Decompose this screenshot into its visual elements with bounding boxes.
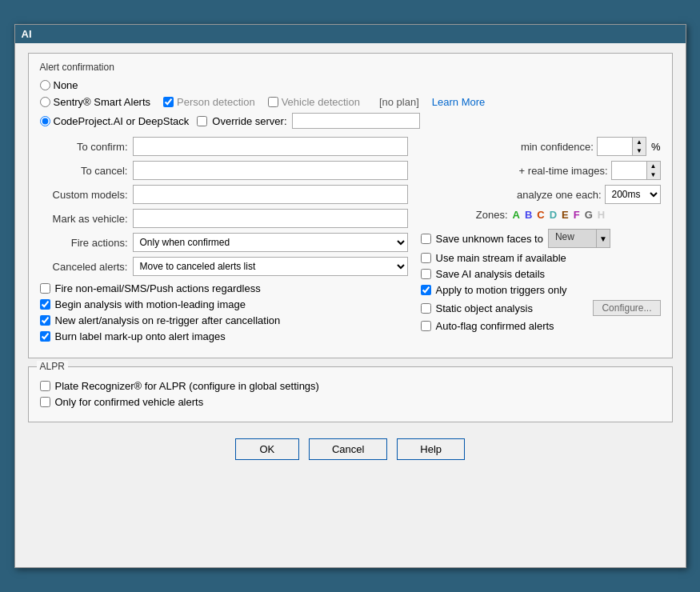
min-confidence-unit: % (651, 141, 661, 153)
plate-recognizer-text: Plate Recognizer® for ALPR (configure in… (55, 380, 319, 392)
learn-more-link[interactable]: Learn More (432, 96, 485, 108)
sentry-radio-label[interactable]: Sentry® Smart Alerts (40, 96, 151, 108)
zone-f[interactable]: F (574, 209, 580, 221)
new-dropdown-arrow[interactable]: ▼ (596, 229, 610, 248)
static-object-row: Static object analysis Configure... (421, 300, 661, 316)
content-area: Alert confirmation None Sentry® Smart Al… (15, 43, 686, 474)
mark-as-vehicle-row: Mark as vehicle: car,truck,bus,vehicle (40, 209, 408, 228)
section-title: Alert confirmation (40, 62, 661, 73)
save-unknown-faces-row: Save unknown faces to New ▼ (421, 229, 661, 248)
main-grid: To confirm: person To cancel: unicorn Cu… (40, 137, 661, 346)
save-ai-analysis-row: Save AI analysis details (421, 268, 661, 280)
zones-row: Zones: A B C D E F G H (421, 209, 661, 221)
use-main-stream-checkbox[interactable] (421, 253, 431, 263)
codeproject-radio[interactable] (40, 116, 50, 126)
person-detection-label[interactable]: Person detection (163, 96, 255, 108)
custom-models-row: Custom models: ipcam-general (40, 185, 408, 204)
zone-d[interactable]: D (550, 209, 557, 221)
left-checkboxes-group: Fire non-email/SMS/Push actions regardle… (40, 282, 408, 342)
auto-flag-checkbox[interactable] (421, 321, 431, 331)
help-button[interactable]: Help (397, 438, 465, 460)
min-confidence-input[interactable]: 70 (597, 137, 632, 156)
min-confidence-up-button[interactable]: ▲ (633, 138, 646, 146)
real-time-images-input[interactable]: 6 (611, 161, 646, 180)
real-time-images-spinbox: 6 ▲ ▼ (611, 161, 661, 180)
override-server-label-text: Override server: (212, 115, 286, 127)
override-ip-input[interactable]: 192.168.50.17:32168 (292, 113, 420, 129)
real-time-images-down-button[interactable]: ▼ (647, 170, 660, 179)
use-main-stream-row: Use main stream if available (421, 252, 661, 264)
codeproject-radio-label[interactable]: CodeProject.AI or DeepStack (40, 115, 190, 127)
to-cancel-row: To cancel: unicorn (40, 161, 408, 180)
mark-as-vehicle-label: Mark as vehicle: (40, 213, 128, 225)
zones-label: Zones: (476, 209, 508, 221)
sentry-label-text: Sentry® Smart Alerts (54, 96, 151, 108)
zone-g[interactable]: G (585, 209, 593, 221)
min-confidence-label: min confidence: (521, 141, 594, 153)
auto-flag-row: Auto-flag confirmed alerts (421, 320, 661, 332)
burn-label-text: Burn label mark-up onto alert images (55, 330, 226, 342)
new-alert-text: New alert/analysis on re-trigger after c… (55, 314, 281, 326)
plate-recognizer-checkbox[interactable] (40, 381, 50, 391)
min-confidence-spinbox-buttons: ▲ ▼ (632, 137, 646, 156)
none-radio[interactable] (40, 80, 50, 90)
min-confidence-spinbox: 70 ▲ ▼ (597, 137, 646, 156)
auto-flag-text: Auto-flag confirmed alerts (436, 320, 554, 332)
static-object-checkbox[interactable] (421, 303, 431, 314)
apply-motion-text: Apply to motion triggers only (436, 284, 567, 296)
alpr-section: ALPR Plate Recognizer® for ALPR (configu… (28, 366, 673, 422)
save-unknown-faces-checkbox[interactable] (421, 234, 431, 244)
override-server-group: Override server: 192.168.50.17:32168 (197, 113, 419, 129)
mark-as-vehicle-input[interactable]: car,truck,bus,vehicle (133, 209, 408, 228)
vehicle-detection-checkbox[interactable] (268, 97, 278, 107)
real-time-images-up-button[interactable]: ▲ (647, 162, 660, 170)
custom-models-label: Custom models: (40, 189, 128, 201)
canceled-alerts-label: Canceled alerts: (40, 261, 128, 273)
apply-motion-checkbox[interactable] (421, 285, 431, 295)
min-confidence-down-button[interactable]: ▼ (633, 146, 646, 155)
real-time-images-label: + real-time images: (519, 165, 608, 177)
fire-actions-row: Fire actions: Only when confirmed Always… (40, 233, 408, 252)
vehicle-detection-label[interactable]: Vehicle detection (268, 96, 360, 108)
to-cancel-input[interactable]: unicorn (133, 161, 408, 180)
fire-actions-label: Fire actions: (40, 237, 128, 249)
person-detection-checkbox[interactable] (163, 97, 174, 107)
custom-models-input[interactable]: ipcam-general (133, 185, 408, 204)
cancel-button[interactable]: Cancel (309, 438, 387, 460)
real-time-images-row: + real-time images: 6 ▲ ▼ (421, 161, 661, 180)
alert-confirmation-section: Alert confirmation None Sentry® Smart Al… (28, 53, 673, 358)
fire-actions-select[interactable]: Only when confirmed Always Never (133, 233, 408, 252)
configure-button[interactable]: Configure... (593, 300, 660, 316)
footer-buttons: OK Cancel Help (28, 430, 673, 465)
save-ai-analysis-checkbox[interactable] (421, 269, 431, 279)
burn-label-row: Burn label mark-up onto alert images (40, 330, 408, 342)
zone-b[interactable]: B (525, 209, 532, 221)
codeproject-radio-row: CodeProject.AI or DeepStack Override ser… (40, 113, 661, 129)
begin-analysis-checkbox[interactable] (40, 299, 50, 310)
alpr-checkboxes: Plate Recognizer® for ALPR (configure in… (40, 380, 661, 408)
none-radio-label[interactable]: None (40, 79, 78, 91)
only-confirmed-text: Only for confirmed vehicle alerts (55, 396, 204, 408)
zone-e[interactable]: E (562, 209, 569, 221)
none-label-text: None (54, 79, 78, 91)
new-dropdown: New ▼ (548, 229, 610, 248)
none-radio-row: None (40, 79, 661, 91)
fire-non-email-checkbox[interactable] (40, 283, 50, 294)
canceled-alerts-select[interactable]: Move to canceled alerts list Delete Igno… (133, 257, 408, 276)
sentry-radio[interactable] (40, 97, 50, 107)
window-title: AI (22, 28, 32, 40)
zone-h[interactable]: H (598, 209, 605, 221)
analyze-one-each-select[interactable]: 200ms 500ms 1000ms (605, 185, 661, 204)
to-confirm-row: To confirm: person (40, 137, 408, 156)
only-confirmed-checkbox[interactable] (40, 397, 50, 407)
burn-label-checkbox[interactable] (40, 331, 50, 342)
new-alert-checkbox[interactable] (40, 315, 50, 326)
plate-recognizer-row: Plate Recognizer® for ALPR (configure in… (40, 380, 661, 392)
apply-motion-row: Apply to motion triggers only (421, 284, 661, 296)
ok-button[interactable]: OK (235, 438, 299, 460)
zone-a[interactable]: A (513, 209, 520, 221)
override-server-checkbox[interactable] (197, 116, 207, 126)
to-confirm-input[interactable]: person (133, 137, 408, 156)
begin-analysis-row: Begin analysis with motion-leading image (40, 298, 408, 310)
zone-c[interactable]: C (537, 209, 544, 221)
